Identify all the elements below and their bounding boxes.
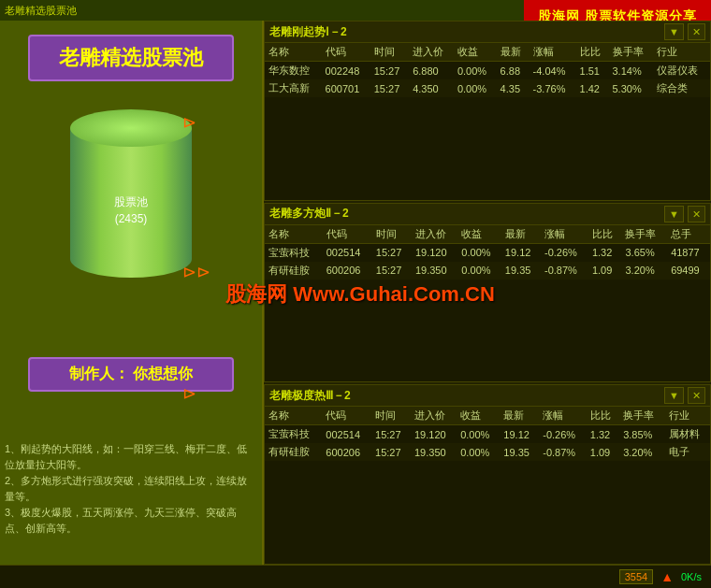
table-column-header: 进入价 <box>411 407 457 425</box>
table-cell: 3.85% <box>619 425 664 444</box>
table-cell: 002514 <box>322 425 371 444</box>
status-ok: 0K/s <box>681 571 702 582</box>
table-cell: 4.350 <box>409 79 454 97</box>
table-cell: 属材料 <box>665 425 710 444</box>
title-box: 老雕精选股票池 <box>28 35 234 81</box>
table-column-header: 换手率 <box>609 43 654 62</box>
table-cell: 600701 <box>322 79 370 97</box>
table-cell: 19.120 <box>412 243 457 262</box>
table-cell: 0.00% <box>457 425 500 444</box>
stock-panel-3: 老雕极度热Ⅲ－2▼✕名称代码时间进入价收益最新涨幅比比换手率行业宝萤科技0025… <box>264 384 711 565</box>
table-cell: 电子 <box>665 443 710 461</box>
table-row[interactable]: 有研硅胺60020615:2719.3500.00%19.35-0.87%1.0… <box>265 262 710 280</box>
table-column-header: 涨幅 <box>530 43 576 62</box>
table-column-header: 行业 <box>653 43 710 62</box>
table-column-header: 比比 <box>588 225 622 244</box>
table-cell: 1.09 <box>587 443 619 461</box>
panel-header-2: 老雕多方炮Ⅱ－2▼✕ <box>265 204 710 225</box>
table-cell: -0.26% <box>541 243 588 262</box>
table-cell: 41877 <box>667 243 710 262</box>
table-cell: 3.20% <box>619 443 664 461</box>
panel-controls-2: ▼✕ <box>664 206 705 222</box>
table-cell: 15:27 <box>372 262 412 280</box>
table-column-header: 代码 <box>322 43 370 62</box>
table-cell: 600206 <box>323 262 372 280</box>
table-cell: 69499 <box>667 262 710 280</box>
table-cell: 3.14% <box>609 62 654 80</box>
stock-table-2: 名称代码时间进入价收益最新涨幅比比换手率总手宝萤科技00251415:2719.… <box>265 225 710 280</box>
right-container: 老雕刚起势Ⅰ－2▼✕名称代码时间进入价收益最新涨幅比比换手率行业华东数控0022… <box>262 21 711 565</box>
table-cell: 1.42 <box>576 79 609 97</box>
cylinder-top <box>70 109 192 147</box>
table-cell: -0.26% <box>539 425 587 444</box>
table-cell: 3.20% <box>621 262 667 280</box>
stock-panel-2: 老雕多方炮Ⅱ－2▼✕名称代码时间进入价收益最新涨幅比比换手率总手宝萤科技0025… <box>264 203 711 383</box>
table-cell: 15:27 <box>370 79 409 97</box>
table-row[interactable]: 宝萤科技00251415:2719.1200.00%19.12-0.26%1.3… <box>265 243 710 262</box>
table-cell: -4.04% <box>530 62 576 80</box>
status-count: 3554 <box>619 569 653 584</box>
table-column-header: 比比 <box>587 407 619 425</box>
table-column-header: 名称 <box>265 43 322 62</box>
table-column-header: 时间 <box>372 225 412 244</box>
table-column-header: 进入价 <box>412 225 457 244</box>
table-column-header: 名称 <box>265 225 323 244</box>
table-cell: 5.30% <box>609 79 654 97</box>
table-cell: 002248 <box>322 62 370 80</box>
table-cell: 600206 <box>322 443 371 461</box>
table-row[interactable]: 有研硅胺60020615:2719.3500.00%19.35-0.87%1.0… <box>265 443 710 461</box>
panel-title-3: 老雕极度热Ⅲ－2 <box>269 388 351 404</box>
table-row[interactable]: 华东数控00224815:276.8800.00%6.88-4.04%1.513… <box>265 62 710 80</box>
table-cell: 4.35 <box>497 79 530 97</box>
top-title: 老雕精选股票池 <box>5 4 77 18</box>
panel-collapse-btn-3[interactable]: ▼ <box>664 387 684 404</box>
table-cell: 0.00% <box>454 62 497 80</box>
table-cell: 19.12 <box>500 425 539 444</box>
table-cell: 宝萤科技 <box>265 243 323 262</box>
author-box: 制作人： 你想想你 <box>28 357 234 392</box>
arrow-indicator-1: ⊳ <box>182 112 196 133</box>
panel-close-btn-3[interactable]: ✕ <box>688 387 705 404</box>
table-column-header: 涨幅 <box>539 407 587 425</box>
table-cell: -0.87% <box>539 443 587 461</box>
table-column-header: 行业 <box>665 407 710 425</box>
panel-collapse-btn-1[interactable]: ▼ <box>664 23 684 40</box>
panel-close-btn-1[interactable]: ✕ <box>688 23 705 40</box>
table-cell: 1.32 <box>588 243 622 262</box>
table-cell: 15:27 <box>371 425 411 444</box>
table-column-header: 时间 <box>371 407 411 425</box>
table-column-header: 名称 <box>265 407 322 425</box>
table-column-header: 换手率 <box>621 225 667 244</box>
status-arrow-up: ▲ <box>660 569 674 584</box>
table-cell: 15:27 <box>371 443 411 461</box>
panel-title-1: 老雕刚起势Ⅰ－2 <box>269 24 347 40</box>
arrow-indicator-2: ⊳⊳ <box>182 262 210 282</box>
table-row[interactable]: 工大高新60070115:274.3500.00%4.35-3.76%1.425… <box>265 79 710 97</box>
table-column-header: 收益 <box>457 407 500 425</box>
panel-title-2: 老雕多方炮Ⅱ－2 <box>269 206 349 222</box>
author-text: 制作人： 你想想你 <box>69 366 193 381</box>
table-cell: 19.35 <box>500 443 539 461</box>
panel-collapse-btn-2[interactable]: ▼ <box>664 206 684 222</box>
table-cell: 有研硅胺 <box>265 443 322 461</box>
table-column-header: 涨幅 <box>541 225 588 244</box>
table-cell: 19.120 <box>411 425 457 444</box>
table-cell: 6.880 <box>409 62 454 80</box>
table-cell: 0.00% <box>457 243 501 262</box>
table-cell: 综合类 <box>653 79 710 97</box>
table-cell: -3.76% <box>530 79 576 97</box>
table-cell: 19.12 <box>501 243 541 262</box>
table-cell: 19.350 <box>412 262 457 280</box>
status-bar: 3554 ▲ 0K/s <box>0 565 711 588</box>
table-cell: 有研硅胺 <box>265 262 323 280</box>
title-box-text: 老雕精选股票池 <box>59 46 203 69</box>
table-cell: 0.00% <box>454 79 497 97</box>
stock-table-3: 名称代码时间进入价收益最新涨幅比比换手率行业宝萤科技00251415:2719.… <box>265 407 710 461</box>
table-cell: 002514 <box>323 243 372 262</box>
stock-table-1: 名称代码时间进入价收益最新涨幅比比换手率行业华东数控00224815:276.8… <box>265 43 710 97</box>
table-column-header: 最新 <box>500 407 539 425</box>
table-column-header: 最新 <box>497 43 530 62</box>
panel-close-btn-2[interactable]: ✕ <box>688 206 705 222</box>
table-row[interactable]: 宝萤科技00251415:2719.1200.00%19.12-0.26%1.3… <box>265 425 710 444</box>
table-cell: 宝萤科技 <box>265 425 322 444</box>
